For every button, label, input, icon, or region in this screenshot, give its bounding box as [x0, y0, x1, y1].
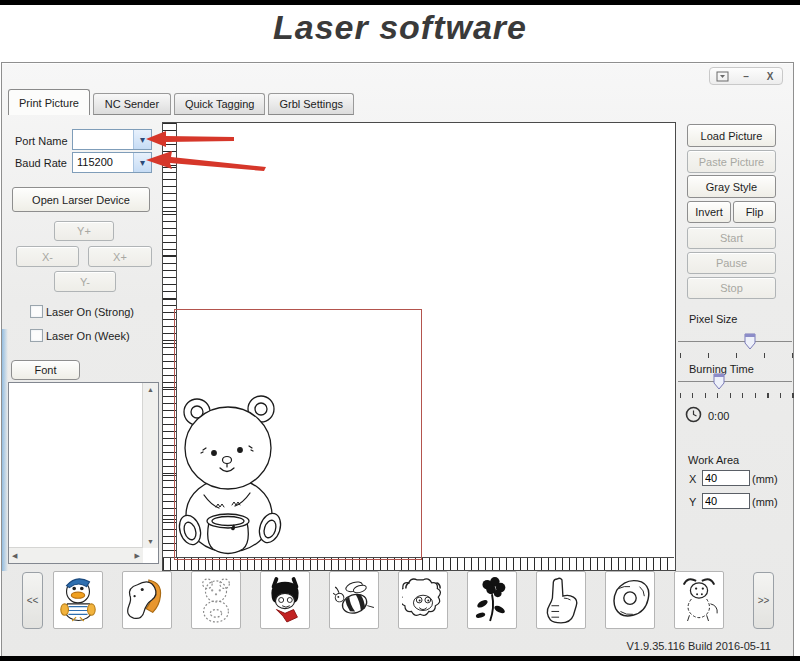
duck-thumbnail[interactable] [53, 571, 103, 629]
work-area-y-label: Y [689, 496, 696, 508]
port-name-label: Port Name [15, 135, 68, 147]
start-button[interactable]: Start [687, 227, 776, 249]
sheep-thumbnail[interactable] [398, 571, 448, 629]
port-name-select[interactable]: ▾ [72, 129, 152, 150]
engraving-canvas[interactable] [162, 122, 676, 571]
baud-rate-value: 115200 [73, 153, 133, 172]
work-area-x-label: X [689, 473, 696, 485]
open-laser-device-button[interactable]: Open Larser Device [12, 187, 150, 212]
pixel-size-ticks [680, 353, 794, 358]
window-menu-icon [716, 71, 729, 82]
scroll-left-icon[interactable]: ◀ [9, 549, 20, 563]
work-area-x-input[interactable] [702, 470, 750, 486]
laser-strong-checkbox[interactable] [30, 305, 43, 318]
bull-thumbnail[interactable] [674, 571, 724, 629]
rose-thumbnail[interactable] [467, 571, 517, 629]
top-black-bar [0, 0, 800, 5]
work-area-y-input[interactable] [702, 493, 750, 509]
baud-rate-label: Baud Rate [15, 157, 67, 169]
bee-thumbnail[interactable] [329, 571, 379, 629]
font-button[interactable]: Font [11, 360, 80, 380]
tab-nc-sender[interactable]: NC Sender [93, 93, 171, 115]
tab-grbl-settings[interactable]: Grbl Settings [268, 93, 354, 115]
horse-thumbnail[interactable] [122, 571, 172, 629]
burning-time-slider[interactable] [678, 373, 792, 393]
invert-button[interactable]: Invert [687, 201, 731, 223]
minimize-button[interactable]: – [735, 69, 757, 83]
slider-thumb[interactable] [744, 333, 756, 350]
tab-bar: Print Picture NC Sender Quick Tagging Gr… [8, 89, 357, 115]
page-title: Laser software [0, 8, 800, 47]
flip-button[interactable]: Flip [733, 201, 776, 223]
version-text: V1.9.35.116 Build 2016-05-11 [626, 640, 771, 652]
scroll-up-icon[interactable]: ▲ [144, 383, 157, 396]
scroll-down-icon[interactable]: ▼ [144, 535, 157, 548]
pause-button[interactable]: Pause [687, 252, 776, 274]
stop-button[interactable]: Stop [687, 277, 776, 299]
slider-track[interactable] [678, 341, 792, 342]
work-area-x-unit: (mm) [752, 473, 778, 485]
middle-finger-thumbnail[interactable] [536, 571, 586, 629]
pixel-size-label: Pixel Size [689, 313, 737, 325]
horizontal-scrollbar[interactable]: ◀ ▶ [9, 547, 143, 563]
slider-track[interactable] [678, 381, 792, 382]
jog-x-plus-button[interactable]: X+ [88, 246, 152, 267]
pointing-hand-thumbnail[interactable] [605, 571, 655, 629]
pixel-size-slider[interactable] [678, 333, 792, 353]
timer-value: 0:00 [708, 410, 729, 422]
baud-callout-arrow-icon [146, 151, 266, 173]
load-picture-button[interactable]: Load Picture [687, 124, 776, 147]
girl-thumbnail[interactable] [260, 571, 310, 629]
close-button[interactable]: X [759, 69, 781, 83]
scroll-right-icon[interactable]: ▶ [132, 549, 143, 563]
laser-week-label: Laser On (Week) [46, 330, 130, 342]
gallery-next-button[interactable]: >> [753, 572, 774, 629]
port-name-value [73, 130, 133, 149]
clock-icon [685, 406, 702, 423]
app-window: – X Print Picture NC Sender Quick Taggin… [1, 62, 794, 657]
gallery-prev-button[interactable]: << [22, 572, 43, 629]
tab-print-picture[interactable]: Print Picture [8, 89, 90, 115]
text-listbox[interactable]: ▲ ▼ ◀ ▶ [8, 382, 159, 564]
work-area-y-unit: (mm) [752, 496, 778, 508]
work-area-label: Work Area [688, 454, 739, 466]
gallery-strip [53, 571, 724, 629]
slider-thumb[interactable] [713, 373, 725, 390]
teddy-bear-drawing[interactable] [176, 395, 296, 557]
jog-y-plus-button[interactable]: Y+ [54, 221, 114, 241]
port-callout-arrow-icon [146, 131, 234, 147]
window-menu-button[interactable] [711, 69, 733, 83]
jog-y-minus-button[interactable]: Y- [54, 271, 116, 292]
gray-style-button[interactable]: Gray Style [687, 175, 776, 198]
jog-x-minus-button[interactable]: X- [16, 246, 79, 267]
burning-time-ticks [680, 393, 794, 398]
bottom-black-bar [0, 656, 800, 661]
tab-quick-tagging[interactable]: Quick Tagging [174, 93, 266, 115]
laser-week-checkbox[interactable] [30, 329, 43, 342]
window-controls: – X [709, 67, 783, 85]
vertical-scrollbar[interactable]: ▲ ▼ [142, 383, 158, 548]
baud-rate-select[interactable]: 115200 ▾ [72, 152, 152, 173]
laser-strong-label: Laser On (Strong) [46, 306, 134, 318]
bear-thumbnail[interactable] [191, 571, 241, 629]
paste-picture-button[interactable]: Paste Picture [687, 150, 776, 173]
